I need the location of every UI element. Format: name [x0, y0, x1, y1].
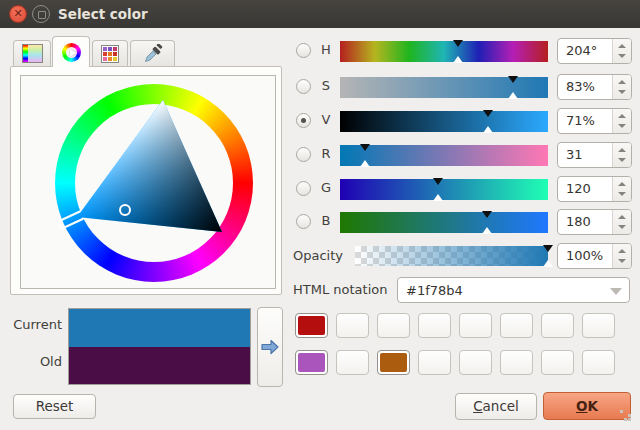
- swatch-grid: [295, 313, 625, 375]
- spin-up-icon[interactable]: [618, 114, 626, 118]
- swatch[interactable]: [500, 350, 533, 375]
- s-spinbox[interactable]: 83%: [557, 74, 632, 100]
- h-slider-track[interactable]: [340, 41, 548, 62]
- swatch[interactable]: [418, 350, 451, 375]
- s-radio[interactable]: [296, 79, 311, 94]
- slider-marker-bottom[interactable]: [483, 126, 493, 133]
- slider-marker-top[interactable]: [508, 76, 518, 83]
- tab-color-box[interactable]: [13, 40, 51, 66]
- swatch[interactable]: [377, 350, 410, 375]
- h-radio[interactable]: [296, 43, 311, 58]
- reset-button[interactable]: Reset: [13, 394, 96, 419]
- slider-marker-bottom[interactable]: [482, 227, 492, 234]
- swatch[interactable]: [295, 313, 328, 338]
- dropdown-arrow-icon[interactable]: [610, 288, 622, 295]
- h-spinbox[interactable]: 204°: [557, 38, 632, 64]
- slider-marker-top[interactable]: [453, 40, 463, 47]
- cancel-button[interactable]: Cancel: [455, 393, 537, 420]
- h-label: H: [318, 42, 334, 57]
- g-radio[interactable]: [296, 181, 311, 196]
- swatch[interactable]: [500, 313, 533, 338]
- opacity-value[interactable]: 100%: [566, 244, 603, 268]
- opacity-spinbox[interactable]: 100%: [557, 243, 632, 269]
- slider-marker-top[interactable]: [483, 110, 493, 117]
- b-radio[interactable]: [296, 214, 311, 229]
- spin-up-icon[interactable]: [618, 148, 626, 152]
- h-value[interactable]: 204°: [566, 39, 597, 63]
- ok-button-label: K: [588, 398, 598, 414]
- color-box-icon: [22, 44, 43, 63]
- slider-marker-top[interactable]: [482, 211, 492, 218]
- g-slider-track[interactable]: [340, 179, 548, 200]
- slider-marker-bottom[interactable]: [508, 92, 518, 99]
- swatch[interactable]: [377, 313, 410, 338]
- sv-triangle[interactable]: [21, 76, 275, 288]
- swatch[interactable]: [336, 313, 369, 338]
- color-wheel-canvas[interactable]: [20, 75, 276, 289]
- spin-down-icon[interactable]: [618, 124, 626, 128]
- g-value[interactable]: 120: [566, 177, 591, 201]
- spin-down-icon[interactable]: [618, 158, 626, 162]
- slider-marker-bottom[interactable]: [453, 56, 463, 63]
- swatch[interactable]: [541, 313, 574, 338]
- spin-up-icon[interactable]: [618, 249, 626, 253]
- slider-marker-top[interactable]: [543, 245, 553, 252]
- swatch[interactable]: [582, 313, 615, 338]
- spin-up-icon[interactable]: [618, 182, 626, 186]
- swatch[interactable]: [336, 350, 369, 375]
- slider-marker-bottom[interactable]: [543, 260, 553, 267]
- close-button[interactable]: ✕: [9, 5, 27, 23]
- apply-color-arrow-button[interactable]: [257, 307, 283, 387]
- current-label: Current: [0, 317, 62, 332]
- html-notation-label: HTML notation: [293, 282, 387, 297]
- spin-down-icon[interactable]: [618, 225, 626, 229]
- tab-color-swatches[interactable]: [92, 40, 128, 66]
- opacity-track[interactable]: [355, 246, 548, 266]
- slider-marker-bottom[interactable]: [433, 194, 443, 201]
- spin-down-icon[interactable]: [618, 259, 626, 263]
- spin-down-icon[interactable]: [618, 54, 626, 58]
- tab-color-wheel[interactable]: [52, 36, 90, 67]
- spin-up-icon[interactable]: [618, 80, 626, 84]
- slider-marker-top[interactable]: [360, 144, 370, 151]
- r-radio[interactable]: [296, 147, 311, 162]
- ok-button[interactable]: OK: [543, 392, 631, 420]
- r-spinbox[interactable]: 31: [557, 142, 632, 168]
- resize-grip[interactable]: [620, 410, 624, 414]
- s-slider-track[interactable]: [340, 77, 548, 98]
- b-value[interactable]: 180: [566, 210, 591, 234]
- r-value[interactable]: 31: [566, 143, 583, 167]
- slider-marker-bottom[interactable]: [360, 160, 370, 167]
- swatch[interactable]: [459, 350, 492, 375]
- select-color-dialog: ✕ Select color: [0, 0, 640, 430]
- v-radio[interactable]: [296, 113, 311, 128]
- slider-marker-top[interactable]: [433, 178, 443, 185]
- spin-up-icon[interactable]: [618, 44, 626, 48]
- old-color-swatch: [69, 347, 250, 384]
- g-spinbox[interactable]: 120: [557, 176, 632, 202]
- opacity-label: Opacity: [293, 248, 343, 263]
- s-value[interactable]: 83%: [566, 75, 595, 99]
- spin-down-icon[interactable]: [618, 90, 626, 94]
- b-spinbox[interactable]: 180: [557, 209, 632, 235]
- r-label: R: [318, 146, 334, 161]
- swatch[interactable]: [418, 313, 451, 338]
- r-slider-track[interactable]: [340, 145, 548, 166]
- spin-up-icon[interactable]: [618, 215, 626, 219]
- v-spinbox[interactable]: 71%: [557, 108, 632, 134]
- current-color-swatch: [69, 309, 250, 347]
- swatch[interactable]: [459, 313, 492, 338]
- b-slider-track[interactable]: [340, 212, 548, 233]
- cancel-mnemonic: C: [473, 398, 482, 414]
- html-notation-input[interactable]: [397, 277, 630, 303]
- compare-box: [68, 308, 251, 385]
- swatch[interactable]: [295, 350, 328, 375]
- swatch[interactable]: [541, 350, 574, 375]
- v-slider-track[interactable]: [340, 111, 548, 132]
- tab-color-picker[interactable]: [130, 40, 175, 66]
- swatch[interactable]: [582, 350, 615, 375]
- v-value[interactable]: 71%: [566, 109, 595, 133]
- cancel-button-label: ancel: [483, 398, 519, 414]
- restore-button[interactable]: [32, 5, 50, 23]
- spin-down-icon[interactable]: [618, 192, 626, 196]
